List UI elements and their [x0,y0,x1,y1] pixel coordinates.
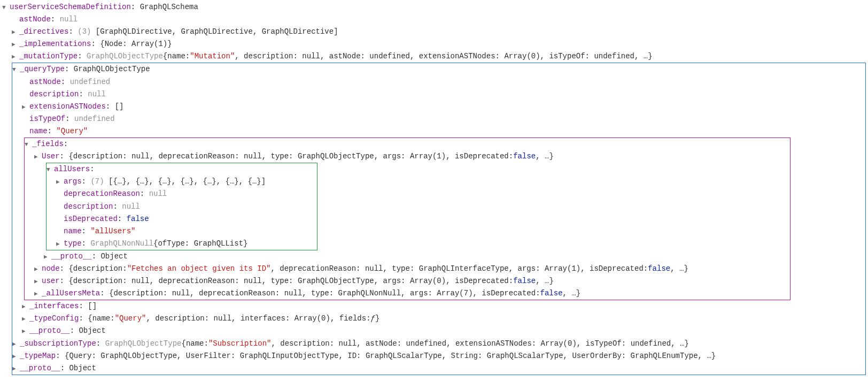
arrow-closed-icon: ▶ [44,252,50,262]
summary: {description: null, deprecationReason: n… [109,287,540,300]
key-mutationtype: _mutationType [19,50,78,63]
mutationtype-type: GraphQLObjectType [87,50,163,63]
root-type: GraphQLSchema [140,1,198,13]
val: {Query: GraphQLObjectType, UserFilter: G… [65,350,716,362]
typeconfig-row[interactable]: ▶ _typeConfig: {name: "Query" , descript… [12,312,865,325]
querytype-box: ▼ _queryType: GraphQLObjectType astNode:… [12,63,866,375]
type: GraphQLObjectType [105,338,182,350]
key: extensionASTNodes [29,101,106,113]
key: _typeConfig [29,312,79,325]
key: node [42,263,60,275]
arrow-closed-icon: ▶ [22,326,28,336]
arrow-closed-icon: ▶ [34,277,41,286]
allusers-depr-row[interactable]: deprecationReason: null [46,188,317,200]
arrow-closed-icon: ▶ [22,314,28,324]
val: "allUsers" [90,225,135,238]
arrow-closed-icon: ▶ [22,102,28,112]
root-header-row[interactable]: ▼ userServiceSchemaDefinition: GraphQLSc… [2,1,866,13]
field-user-row[interactable]: ▶ User: {description: null, deprecationR… [25,150,790,163]
subscriptiontype-row[interactable]: ▶ _subscriptionType: GraphQLObjectType {… [12,338,865,350]
str: "Query" [115,312,146,325]
pre: {name: [88,312,114,325]
arrow-closed-icon: ▶ [12,339,19,349]
subscription-name: "Subscription" [208,338,272,350]
key: description [64,201,113,213]
key: __proto__ [20,362,60,375]
key: description [29,88,79,101]
key-astnode: astNode [19,13,51,26]
field-meta-row[interactable]: ▶ _allUsersMeta: {description: null, dep… [25,287,790,300]
false: false [540,287,563,300]
root-key: userServiceSchemaDefinition [10,1,131,13]
interfaces-row[interactable]: ▶ _interfaces: [] [12,300,865,312]
key: _typeMap [20,350,56,362]
allusers-name-row[interactable]: name: "allUsers" [46,225,317,238]
allusers-header-row[interactable]: ▼ allUsers: [46,163,317,176]
root-proto-row[interactable]: ▶ __proto__: Object [12,362,865,375]
implementations-row[interactable]: ▶ _implementations: {Node: Array(1)} [2,38,866,50]
arrow-closed-icon: ▶ [56,177,63,187]
typemap-row[interactable]: ▶ _typeMap: {Query: GraphQLObjectType, U… [12,350,865,362]
key: astNode [29,76,61,88]
allusers-args-row[interactable]: ▶ args: (7) [{…}, {…}, {…}, {…}, {…}, {…… [46,176,317,188]
allusers-type-row[interactable]: ▶ type: GraphQLNonNull {ofType: GraphQLL… [46,238,317,250]
querytype-header-row[interactable]: ▼ _queryType: GraphQLObjectType [12,63,865,75]
querytype-type: GraphQLObjectType [74,63,150,75]
key: _interfaces [29,300,79,312]
key: type [64,238,82,250]
key-allusers: allUsers [54,163,90,176]
allusers-proto-row[interactable]: ▶ __proto__: Object [25,250,790,263]
val: null [149,188,167,200]
val: false [127,213,149,225]
key: name [29,125,48,138]
arrow-closed-icon: ▶ [12,52,18,62]
key-implementations: _implementations [19,38,91,50]
arrow-closed-icon: ▶ [12,27,18,37]
qt-name-row[interactable]: name: "Query" [12,125,865,138]
arrow-closed-icon: ▶ [12,364,19,373]
name-key: name: [186,338,208,350]
qt-proto-row[interactable]: ▶ __proto__: Object [12,325,865,337]
arrow-closed-icon: ▶ [34,264,41,274]
type-rest: {ofType: GraphQLList} [153,238,247,250]
fields-box: ▼ _fields: ▶ User: {description: null, d… [24,138,790,300]
fields-header-row[interactable]: ▼ _fields: [25,138,790,150]
mutation-name: "Mutation" [190,50,235,63]
val: [{…}, {…}, {…}, {…}, {…}, {…}, {…}] [108,176,266,188]
directives-row[interactable]: ▶ _directives: (3) [GraphQLDirective, Gr… [2,26,866,38]
qt-istypeof-row[interactable]: isTypeOf: undefined [12,113,865,125]
allusers-isdep-row[interactable]: isDeprecated: false [46,213,317,225]
arrow-closed-icon: ▶ [34,289,41,299]
allusers-desc-row[interactable]: description: null [46,201,317,213]
mutationtype-row[interactable]: ▶ _mutationType: GraphQLObjectType { nam… [2,50,866,63]
no-arrow [12,15,18,25]
pre: {description: [68,263,127,275]
false: false [513,275,536,287]
qt-extast-row[interactable]: ▶ extensionASTNodes: [] [12,101,865,113]
arrow-open-icon: ▼ [25,140,31,149]
val: [] [88,300,97,312]
arrow-open-icon: ▼ [46,165,53,174]
val: Object [100,250,127,263]
val: Object [69,362,96,375]
allusers-box: ▼ allUsers: ▶ args: (7) [{…}, {…}, {…}, … [46,163,317,250]
val: undefined [74,113,115,125]
key: user [42,275,60,287]
field-node-row[interactable]: ▶ node: {description: "Fetches an object… [25,263,790,275]
astnode-row[interactable]: astNode: null [2,13,866,26]
key: __proto__ [29,325,70,337]
val: null [88,88,106,101]
key: __proto__ [51,250,92,263]
qt-description-row[interactable]: description: null [12,88,865,101]
key: isTypeOf [29,113,65,125]
field-user2-row[interactable]: ▶ user: {description: null, deprecationR… [25,275,790,287]
key-querytype: _queryType [20,63,65,75]
count: (7) [90,176,104,188]
key: _allUsersMeta [42,287,100,300]
arrow-closed-icon: ▶ [34,152,41,162]
qt-astnode-row[interactable]: astNode: undefined [12,76,865,88]
mid: , deprecationReason: null, type: GraphQL… [270,263,648,275]
brace: { [163,50,167,63]
fn-icon: ƒ [371,312,375,325]
key-fields: _fields [32,138,64,150]
